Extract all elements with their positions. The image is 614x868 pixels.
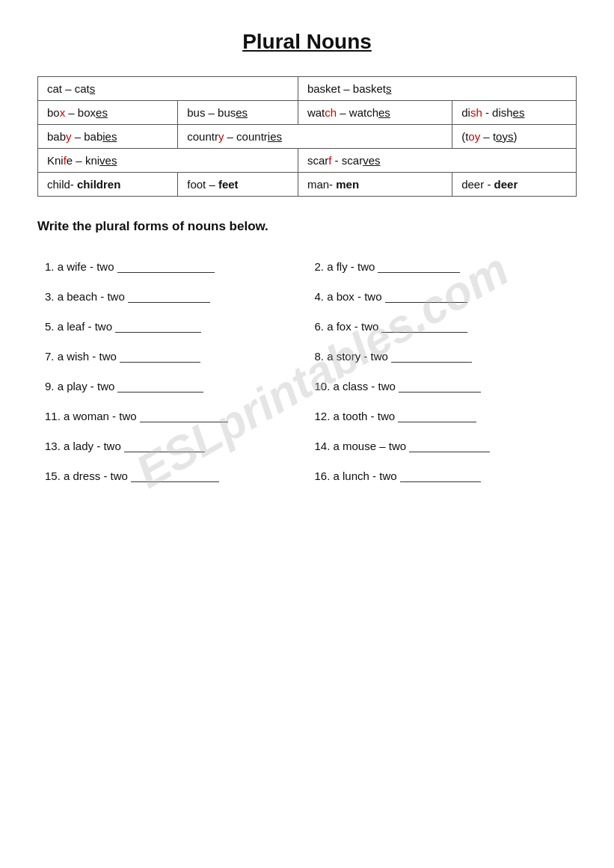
- red-text: f: [64, 154, 67, 167]
- exercise-num: 4. a box - two: [315, 290, 382, 303]
- exercise-item-3: 3. a beach - two: [37, 280, 307, 310]
- exercise-num: 15. a dress - two: [45, 470, 128, 482]
- underline-text: ies: [268, 130, 282, 143]
- answer-blank-16[interactable]: [400, 469, 481, 482]
- answer-blank-6[interactable]: [381, 319, 467, 333]
- red-text: sh: [470, 106, 482, 119]
- table-cell: child- children: [38, 173, 178, 197]
- exercise-item-15: 15. a dress - two: [37, 460, 307, 490]
- table-row: child- children foot – feet man- men dee…: [38, 173, 577, 197]
- exercise-num: 3. a beach - two: [45, 290, 125, 303]
- exercise-num: 6. a fox - two: [315, 320, 379, 333]
- table-cell: dish - dishes: [452, 101, 577, 125]
- exercise-item-6: 6. a fox - two: [307, 310, 577, 340]
- red-text: oy: [468, 130, 480, 143]
- answer-blank-3[interactable]: [128, 289, 210, 303]
- noun-table: cat – cats basket – baskets box – boxes …: [37, 76, 577, 197]
- table-cell: deer - deer: [452, 173, 577, 197]
- table-row: Knife – knives scarf - scarves: [38, 149, 577, 173]
- answer-blank-1[interactable]: [117, 259, 215, 273]
- answer-blank-2[interactable]: [378, 259, 460, 273]
- table-cell: basket – baskets: [298, 77, 576, 101]
- table-cell: box – boxes: [38, 101, 178, 125]
- answer-blank-11[interactable]: [140, 409, 228, 422]
- table-cell: scarf - scarves: [298, 149, 576, 173]
- table-cell: bus – buses: [178, 101, 298, 125]
- exercise-item-5: 5. a leaf - two: [37, 310, 307, 340]
- exercise-item-9: 9. a play - two: [37, 370, 307, 400]
- exercise-num: 7. a wish - two: [45, 350, 117, 363]
- exercise-num: 8. a story - two: [315, 350, 388, 363]
- exercise-num: 13. a lady - two: [45, 440, 121, 452]
- underline-text: ves: [363, 154, 380, 167]
- underline-text: oys: [496, 130, 513, 143]
- answer-blank-15[interactable]: [131, 469, 219, 482]
- exercise-item-8: 8. a story - two: [307, 340, 577, 370]
- exercise-item-7: 7. a wish - two: [37, 340, 307, 370]
- exercise-item-11: 11. a woman - two: [37, 400, 307, 430]
- underline-text: ies: [102, 130, 117, 143]
- instructions: Write the plural forms of nouns below.: [37, 219, 577, 234]
- exercise-num: 11. a woman - two: [45, 410, 137, 422]
- exercise-item-10: 10. a class - two: [307, 370, 577, 400]
- exercise-item-12: 12. a tooth - two: [307, 400, 577, 430]
- table-cell: cat – cats: [38, 77, 298, 101]
- exercise-item-1: 1. a wife - two: [37, 250, 307, 280]
- underline-text: es: [513, 106, 525, 119]
- bold-text: children: [77, 178, 120, 191]
- answer-blank-14[interactable]: [409, 439, 490, 452]
- table-cell: (toy – toys): [452, 125, 577, 149]
- exercises-grid: 1. a wife - two 2. a fly - two 3. a beac…: [37, 250, 577, 490]
- table-cell: man- men: [298, 173, 452, 197]
- table-cell: Knife – knives: [38, 149, 298, 173]
- exercise-item-16: 16. a lunch - two: [307, 460, 577, 490]
- table-cell: watch – watches: [298, 101, 452, 125]
- answer-blank-9[interactable]: [117, 379, 203, 393]
- underline-text: es: [236, 106, 248, 119]
- underline-text: es: [96, 106, 108, 119]
- exercise-num: 5. a leaf - two: [45, 320, 112, 333]
- bold-text: men: [336, 178, 359, 191]
- answer-blank-7[interactable]: [120, 349, 200, 363]
- page-title: Plural Nouns: [37, 30, 577, 54]
- exercise-num: 9. a play - two: [45, 380, 114, 393]
- answer-blank-10[interactable]: [399, 379, 481, 393]
- red-text: ch: [325, 106, 337, 119]
- underline-text: s: [386, 82, 392, 95]
- table-cell: country – countries: [178, 125, 452, 149]
- exercise-num: 14. a mouse – two: [315, 440, 407, 452]
- red-text: f: [328, 154, 331, 167]
- table-cell: foot – feet: [178, 173, 298, 197]
- exercise-num: 1. a wife - two: [45, 260, 114, 273]
- red-text: x: [60, 106, 66, 119]
- answer-blank-5[interactable]: [115, 319, 201, 333]
- red-text: y: [218, 130, 224, 143]
- exercise-item-14: 14. a mouse – two: [307, 430, 577, 460]
- exercise-item-4: 4. a box - two: [307, 280, 577, 310]
- underline-text: s: [90, 82, 96, 95]
- exercise-num: 2. a fly - two: [315, 260, 375, 273]
- red-text: y: [66, 130, 72, 143]
- answer-blank-13[interactable]: [124, 439, 205, 452]
- exercise-item-13: 13. a lady - two: [37, 430, 307, 460]
- page-wrap: Plural Nouns cat – cats basket – baskets…: [37, 30, 577, 490]
- answer-blank-4[interactable]: [385, 289, 467, 303]
- table-row: cat – cats basket – baskets: [38, 77, 577, 101]
- answer-blank-12[interactable]: [398, 409, 476, 422]
- exercise-num: 16. a lunch - two: [315, 470, 397, 482]
- exercise-num: 10. a class - two: [315, 380, 396, 393]
- table-row: box – boxes bus – buses watch – watches …: [38, 101, 577, 125]
- underline-text: es: [378, 106, 390, 119]
- exercise-num: 12. a tooth - two: [315, 410, 396, 422]
- underline-text: ves: [99, 154, 117, 167]
- bold-text: deer: [494, 178, 518, 191]
- exercise-item-2: 2. a fly - two: [307, 250, 577, 280]
- table-row: baby – babies country – countries (toy –…: [38, 125, 577, 149]
- answer-blank-8[interactable]: [391, 349, 472, 363]
- table-cell: baby – babies: [38, 125, 178, 149]
- bold-text: feet: [218, 178, 239, 191]
